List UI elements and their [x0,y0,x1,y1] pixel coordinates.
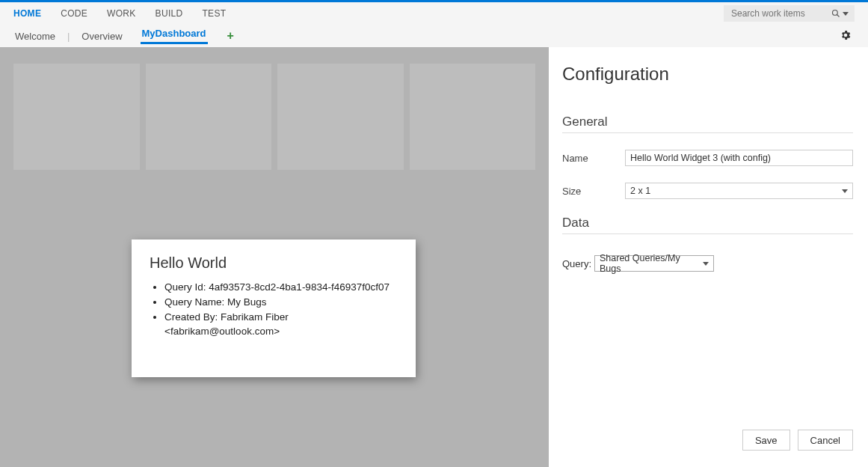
field-size: Size 2 x 1 [562,183,853,199]
app-header: HOME CODE WORK BUILD TEST Welcome | Over… [0,2,868,47]
nav-build[interactable]: BUILD [156,8,183,19]
widget-line: Query Name: My Bugs [164,296,398,310]
gear-icon[interactable] [840,29,852,43]
dashboard-tile-placeholder[interactable] [13,64,140,170]
search-input[interactable] [730,7,828,19]
chevron-down-icon [842,189,848,193]
main-nav: HOME CODE WORK BUILD TEST [0,2,868,25]
subnav-welcome[interactable]: Welcome [13,31,57,42]
query-label: Query: [562,258,591,269]
size-label: Size [562,186,625,197]
cancel-button[interactable]: Cancel [798,430,853,451]
search-box[interactable] [724,5,855,22]
svg-point-0 [833,10,838,16]
widget-title: Hello World [150,254,398,272]
dashboard-canvas: Hello World Query Id: 4af93573-8cd2-4ba1… [0,47,549,467]
field-name: Name [562,150,853,166]
config-title: Configuration [562,64,853,85]
size-value: 2 x 1 [630,186,650,196]
widget-line: Created By: Fabrikam Fiber <fabrikam@out… [164,311,398,339]
dashboard-tile-placeholder[interactable] [146,64,272,170]
section-data: Data [562,216,853,234]
nav-code[interactable]: CODE [61,8,87,19]
field-query: Query: Shared Queries/My Bugs [562,255,853,272]
size-select[interactable]: 2 x 1 [625,183,853,199]
svg-line-1 [837,15,840,17]
widget-list: Query Id: 4af93573-8cd2-4ba1-9834-f46937… [150,281,398,339]
dashboard-tile-placeholder[interactable] [410,64,536,170]
widget-line: Query Id: 4af93573-8cd2-4ba1-9834-f46937… [164,281,398,295]
dashboard-tile-placeholder[interactable] [277,64,404,170]
name-input[interactable] [625,150,853,166]
config-buttons: Save Cancel [562,430,853,455]
nav-test[interactable]: TEST [202,8,226,19]
divider: | [67,31,70,42]
save-button[interactable]: Save [742,430,790,451]
nav-home[interactable]: HOME [13,8,41,19]
content-area: Hello World Query Id: 4af93573-8cd2-4ba1… [0,47,868,467]
chevron-down-icon [703,262,709,266]
hello-world-widget[interactable]: Hello World Query Id: 4af93573-8cd2-4ba1… [132,239,416,377]
search-icon[interactable] [831,9,849,18]
subnav-mydashboard[interactable]: MyDashboard [141,28,208,44]
configuration-panel: Configuration General Name Size 2 x 1 Da… [549,47,868,467]
name-label: Name [562,153,625,164]
nav-work[interactable]: WORK [107,8,136,19]
query-select[interactable]: Shared Queries/My Bugs [594,255,714,272]
section-general: General [562,115,853,133]
subnav-overview[interactable]: Overview [80,31,123,42]
query-value: Shared Queries/My Bugs [600,253,703,274]
add-dashboard-icon[interactable]: + [227,29,234,43]
tile-row [13,64,535,170]
sub-nav: Welcome | Overview MyDashboard + [0,25,868,47]
